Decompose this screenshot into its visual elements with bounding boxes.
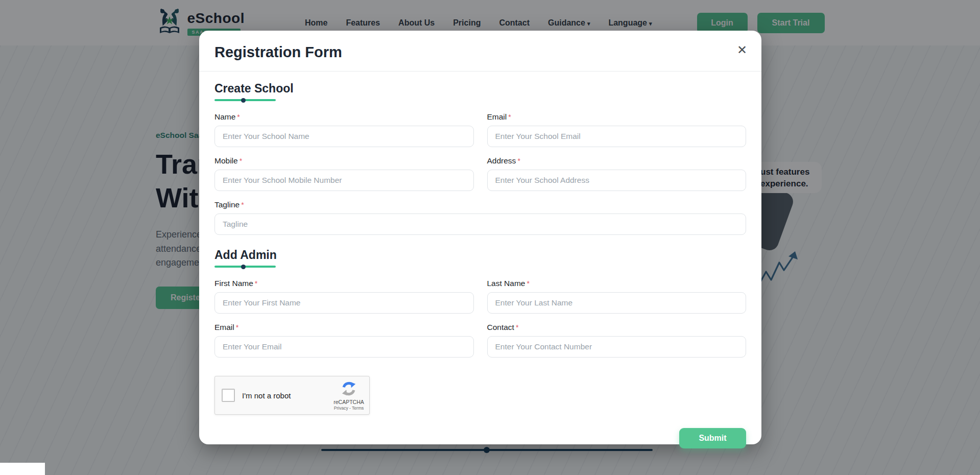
- recaptcha-logo-icon: [341, 389, 356, 398]
- admin-contact-input[interactable]: [487, 336, 747, 358]
- bottom-left-panel: [0, 463, 45, 475]
- recaptcha-privacy-link[interactable]: Privacy: [334, 406, 348, 411]
- school-email-label: Email*: [487, 112, 747, 122]
- school-address-input[interactable]: [487, 170, 747, 191]
- underline-dot: [241, 98, 246, 103]
- add-admin-heading: Add Admin: [214, 248, 746, 262]
- recaptcha-brand-block: reCAPTCHA Privacy - Terms: [332, 381, 365, 411]
- admin-last-name-input[interactable]: [487, 292, 747, 314]
- admin-last-name-label: Last Name*: [487, 279, 747, 288]
- heading-underline: [214, 99, 276, 101]
- school-name-input[interactable]: [214, 126, 474, 147]
- submit-button[interactable]: Submit: [679, 428, 746, 448]
- recaptcha-terms-link[interactable]: Terms: [352, 406, 364, 411]
- required-asterisk: *: [527, 279, 529, 288]
- heading-underline: [214, 266, 276, 268]
- school-mobile-field-group: Mobile*: [214, 156, 474, 191]
- recaptcha-links: Privacy - Terms: [332, 406, 365, 411]
- required-asterisk: *: [240, 157, 242, 165]
- required-asterisk: *: [516, 323, 518, 331]
- admin-contact-label: Contact*: [487, 323, 747, 332]
- school-tagline-field-group: Tagline*: [214, 200, 746, 235]
- close-icon[interactable]: ✕: [737, 44, 747, 56]
- recaptcha-links-separator: -: [349, 406, 351, 411]
- modal-header: Registration Form ✕: [199, 31, 761, 72]
- recaptcha-label: I'm not a robot: [242, 391, 291, 400]
- school-address-label: Address*: [487, 156, 747, 165]
- underline-dot: [241, 265, 246, 269]
- admin-contact-field-group: Contact*: [487, 323, 747, 358]
- recaptcha-brand-name: reCAPTCHA: [332, 399, 365, 405]
- admin-first-name-input[interactable]: [214, 292, 474, 314]
- required-asterisk: *: [241, 201, 244, 209]
- admin-email-input[interactable]: [214, 336, 474, 358]
- registration-modal: Registration Form ✕ Create School Name* …: [199, 31, 761, 444]
- required-asterisk: *: [517, 157, 520, 165]
- school-email-field-group: Email*: [487, 112, 747, 147]
- required-asterisk: *: [237, 113, 240, 121]
- admin-email-label: Email*: [214, 323, 474, 332]
- modal-title: Registration Form: [214, 44, 746, 61]
- school-name-label: Name*: [214, 112, 474, 122]
- required-asterisk: *: [236, 323, 238, 331]
- create-school-heading: Create School: [214, 82, 746, 96]
- admin-last-name-field-group: Last Name*: [487, 279, 747, 314]
- recaptcha-widget: I'm not a robot reCAPTCHA Privacy - Term…: [214, 376, 370, 415]
- modal-body: Create School Name* Email* Mobile* Addre…: [199, 72, 761, 448]
- admin-first-name-field-group: First Name*: [214, 279, 474, 314]
- admin-first-name-label: First Name*: [214, 279, 474, 288]
- school-email-input[interactable]: [487, 126, 747, 147]
- recaptcha-checkbox[interactable]: [222, 389, 235, 402]
- school-tagline-label: Tagline*: [214, 200, 746, 209]
- school-address-field-group: Address*: [487, 156, 747, 191]
- required-asterisk: *: [508, 113, 511, 121]
- required-asterisk: *: [255, 279, 257, 288]
- admin-email-field-group: Email*: [214, 323, 474, 358]
- school-name-field-group: Name*: [214, 112, 474, 147]
- submit-row: Submit: [214, 428, 746, 448]
- school-mobile-input[interactable]: [214, 170, 474, 191]
- school-mobile-label: Mobile*: [214, 156, 474, 165]
- school-tagline-input[interactable]: [214, 213, 746, 235]
